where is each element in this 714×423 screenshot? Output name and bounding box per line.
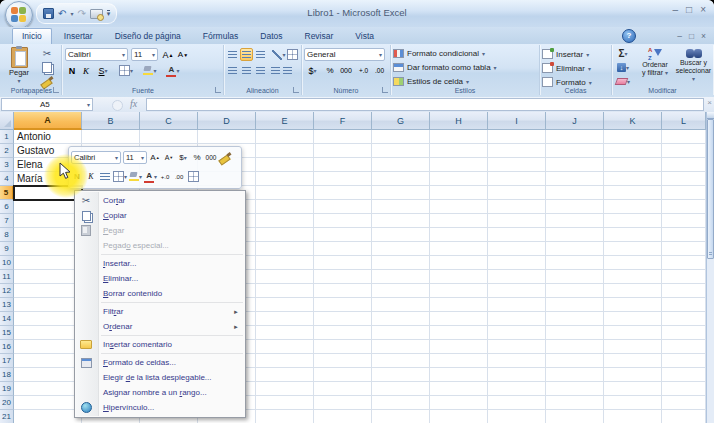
row-header-21[interactable]: 21 [0, 410, 14, 423]
format-cells-button[interactable]: Formato▾ [542, 77, 592, 87]
menu-item-formato-de-celdas[interactable]: Formato de celdas... [75, 355, 245, 370]
cell-f21[interactable] [314, 410, 372, 423]
mini-italic-button[interactable]: K [85, 170, 97, 184]
cell-i11[interactable] [488, 270, 546, 284]
cell-a13[interactable] [14, 298, 82, 312]
cell-k5[interactable] [604, 186, 662, 200]
cell-e19[interactable] [256, 382, 314, 396]
cell-k14[interactable] [604, 312, 662, 326]
copy-button[interactable] [38, 61, 56, 74]
cell-g13[interactable] [372, 298, 430, 312]
cell-k20[interactable] [604, 396, 662, 410]
tab-insertar[interactable]: Insertar [54, 28, 103, 44]
cell-f2[interactable] [314, 144, 372, 158]
cell-j12[interactable] [546, 284, 604, 298]
cell-f4[interactable] [314, 172, 372, 186]
cell-e16[interactable] [256, 340, 314, 354]
cell-h7[interactable] [430, 214, 488, 228]
mini-increase-decimal-button[interactable]: +.0 [159, 170, 171, 184]
tab-diseño-de-página[interactable]: Diseño de página [105, 28, 191, 44]
cell-l13[interactable] [662, 298, 706, 312]
cell-a10[interactable] [14, 256, 82, 270]
cell-a19[interactable] [14, 382, 82, 396]
cell-i19[interactable] [488, 382, 546, 396]
menu-item-hipervínculo[interactable]: Hipervínculo... [75, 400, 245, 415]
cell-i1[interactable] [488, 130, 546, 144]
cell-i21[interactable] [488, 410, 546, 423]
cell-f9[interactable] [314, 242, 372, 256]
cell-l17[interactable] [662, 354, 706, 368]
cell-l9[interactable] [662, 242, 706, 256]
row-header-8[interactable]: 8 [0, 228, 14, 242]
cell-f12[interactable] [314, 284, 372, 298]
decrease-decimal-button[interactable]: .00 [372, 64, 387, 77]
mini-font-color-button[interactable]: A▾ [144, 170, 157, 184]
cell-j9[interactable] [546, 242, 604, 256]
scrollbar-thumb[interactable] [707, 119, 714, 259]
sort-filter-button[interactable]: AZ Ordenary filtrar ▾ [636, 47, 674, 77]
cell-a1[interactable]: Antonio [14, 130, 82, 144]
cell-i8[interactable] [488, 228, 546, 242]
vertical-scrollbar[interactable] [706, 112, 714, 423]
row-header-10[interactable]: 10 [0, 256, 14, 270]
row-header-20[interactable]: 20 [0, 396, 14, 410]
formula-input[interactable] [146, 98, 704, 111]
cell-a21[interactable] [14, 410, 82, 423]
increase-indent-button[interactable] [282, 64, 293, 77]
cell-g21[interactable] [372, 410, 430, 423]
help-icon[interactable]: ? [622, 29, 636, 43]
wrap-text-button[interactable] [286, 48, 298, 61]
currency-button[interactable]: $▾ [304, 64, 321, 77]
cell-h4[interactable] [430, 172, 488, 186]
cell-i10[interactable] [488, 256, 546, 270]
cell-k15[interactable] [604, 326, 662, 340]
formula-bar-expand-icon[interactable]: × [707, 98, 712, 107]
row-header-3[interactable]: 3 [0, 158, 14, 172]
cell-e20[interactable] [256, 396, 314, 410]
mini-shrink-font-button[interactable]: A▼ [163, 151, 175, 165]
font-color-button[interactable]: A▾ [163, 64, 183, 77]
cell-g18[interactable] [372, 368, 430, 382]
row-header-11[interactable]: 11 [0, 270, 14, 284]
increase-decimal-button[interactable]: +.0 [356, 64, 371, 77]
align-top-button[interactable] [226, 48, 239, 61]
cell-k1[interactable] [604, 130, 662, 144]
cell-l2[interactable] [662, 144, 706, 158]
cell-f6[interactable] [314, 200, 372, 214]
row-header-4[interactable]: 4 [0, 172, 14, 186]
cell-a17[interactable] [14, 354, 82, 368]
cell-g9[interactable] [372, 242, 430, 256]
fill-color-button[interactable]: ▾ [140, 64, 160, 77]
cell-j8[interactable] [546, 228, 604, 242]
cell-k9[interactable] [604, 242, 662, 256]
cell-g11[interactable] [372, 270, 430, 284]
borders-button[interactable]: ▾ [116, 64, 136, 77]
cell-g6[interactable] [372, 200, 430, 214]
cell-e4[interactable] [256, 172, 314, 186]
fill-button[interactable]: ↓▾ [614, 61, 632, 74]
column-header-c[interactable]: C [140, 112, 198, 130]
workbook-close-button[interactable]: × [701, 31, 706, 41]
cell-i17[interactable] [488, 354, 546, 368]
cell-f17[interactable] [314, 354, 372, 368]
cell-k19[interactable] [604, 382, 662, 396]
cell-i13[interactable] [488, 298, 546, 312]
menu-item-elegir-de-la-lista-desplegable[interactable]: Elegir de la lista desplegable... [75, 370, 245, 385]
cell-h9[interactable] [430, 242, 488, 256]
cell-h11[interactable] [430, 270, 488, 284]
menu-item-cortar[interactable]: ✂Cortar [75, 193, 245, 208]
cell-f3[interactable] [314, 158, 372, 172]
cell-f15[interactable] [314, 326, 372, 340]
cell-f19[interactable] [314, 382, 372, 396]
mini-format-painter-button[interactable] [219, 151, 231, 165]
cell-j10[interactable] [546, 256, 604, 270]
cell-g10[interactable] [372, 256, 430, 270]
menu-item-asignar-nombre-a-un-rango[interactable]: Asignar nombre a un rango... [75, 385, 245, 400]
row-header-7[interactable]: 7 [0, 214, 14, 228]
cell-h18[interactable] [430, 368, 488, 382]
cell-g2[interactable] [372, 144, 430, 158]
cell-i6[interactable] [488, 200, 546, 214]
cut-button[interactable]: ✂ [38, 47, 56, 60]
cell-g20[interactable] [372, 396, 430, 410]
cell-e2[interactable] [256, 144, 314, 158]
